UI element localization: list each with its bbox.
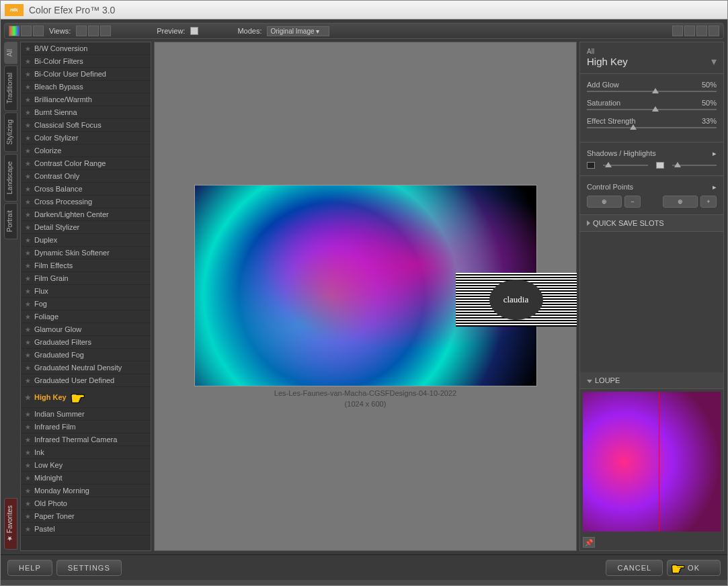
star-icon[interactable]: ★ bbox=[25, 351, 31, 359]
favorites-tab[interactable]: ★ Favorites bbox=[4, 498, 17, 550]
filter-item[interactable]: ★Old Photo bbox=[21, 497, 151, 510]
star-icon[interactable]: ★ bbox=[25, 313, 31, 321]
filter-item[interactable]: ★Monday Morning bbox=[21, 485, 151, 497]
filter-item[interactable]: ★Ink bbox=[21, 446, 151, 459]
highlights-slider[interactable] bbox=[672, 165, 717, 166]
filter-item[interactable]: ★Color Stylizer bbox=[21, 132, 151, 144]
star-icon[interactable]: ★ bbox=[25, 71, 31, 78]
collapse-icon[interactable]: ▸ bbox=[713, 149, 717, 158]
filter-item[interactable]: ★Indian Summer bbox=[21, 408, 151, 421]
filter-item[interactable]: ★Cross Processing bbox=[21, 196, 151, 208]
filter-item[interactable]: ★Pastel bbox=[21, 523, 151, 536]
star-icon[interactable]: ★ bbox=[25, 58, 31, 65]
star-icon[interactable]: ★ bbox=[25, 364, 31, 372]
modes-dropdown[interactable]: Original Image ▾ bbox=[267, 26, 329, 36]
ok-button[interactable]: OK bbox=[667, 560, 721, 576]
zoom-tool-icon[interactable] bbox=[684, 26, 695, 36]
filter-item[interactable]: ★Detail Stylizer bbox=[21, 221, 151, 234]
star-icon[interactable]: ★ bbox=[25, 224, 31, 231]
star-icon[interactable]: ★ bbox=[25, 173, 31, 180]
filter-item[interactable]: ★Duplex bbox=[21, 234, 151, 247]
filter-item[interactable]: ★Graduated User Defined bbox=[21, 374, 151, 387]
filter-item[interactable]: ★Brilliance/Warmth bbox=[21, 93, 151, 106]
star-icon[interactable]: ★ bbox=[25, 275, 31, 282]
star-icon[interactable]: ★ bbox=[25, 449, 31, 456]
filter-item[interactable]: ★Graduated Fog bbox=[21, 349, 151, 362]
star-icon[interactable]: ★ bbox=[25, 526, 31, 533]
star-icon[interactable]: ★ bbox=[25, 160, 31, 167]
star-icon[interactable]: ★ bbox=[25, 513, 31, 520]
layout-side-icon[interactable] bbox=[100, 26, 111, 36]
layout-split-icon[interactable] bbox=[88, 26, 99, 36]
slider-track[interactable] bbox=[587, 127, 717, 128]
filter-item[interactable]: ★High Key bbox=[21, 387, 151, 408]
slider-track[interactable] bbox=[587, 109, 717, 110]
star-icon[interactable]: ★ bbox=[25, 198, 31, 206]
filter-item[interactable]: ★Glamour Glow bbox=[21, 323, 151, 336]
filter-item[interactable]: ★B/W Conversion bbox=[21, 42, 151, 55]
settings-button[interactable]: SETTINGS bbox=[56, 560, 122, 576]
filter-list[interactable]: ★B/W Conversion★Bi-Color Filters★Bi-Colo… bbox=[20, 42, 151, 551]
star-icon[interactable]: ★ bbox=[25, 377, 31, 384]
filter-item[interactable]: ★Fog bbox=[21, 298, 151, 310]
star-icon[interactable]: ★ bbox=[25, 83, 31, 91]
filter-item[interactable]: ★Midnight bbox=[21, 472, 151, 485]
pointer-tool-icon[interactable] bbox=[672, 26, 683, 36]
filter-item[interactable]: ★Film Grain bbox=[21, 272, 151, 285]
loupe-preview[interactable] bbox=[583, 392, 721, 532]
filter-item[interactable]: ★Graduated Neutral Density bbox=[21, 362, 151, 374]
filter-item[interactable]: ★Classical Soft Focus bbox=[21, 119, 151, 132]
star-icon[interactable]: ★ bbox=[25, 474, 31, 482]
star-icon[interactable]: ★ bbox=[25, 300, 31, 308]
category-tab-stylizing[interactable]: Stylizing bbox=[4, 112, 17, 152]
filter-item[interactable]: ★Colorize bbox=[21, 144, 151, 157]
add-control-point-button[interactable]: ⊕ bbox=[587, 196, 622, 208]
view-mode-icon-1[interactable] bbox=[9, 26, 19, 36]
filter-item[interactable]: ★Infrared Thermal Camera bbox=[21, 433, 151, 446]
shadows-slider[interactable] bbox=[603, 165, 648, 166]
star-icon[interactable]: ★ bbox=[25, 394, 31, 401]
star-icon[interactable]: ★ bbox=[25, 423, 31, 431]
filter-item[interactable]: ★Flux bbox=[21, 285, 151, 298]
star-icon[interactable]: ★ bbox=[25, 96, 31, 103]
filter-item[interactable]: ★Bi-Color Filters bbox=[21, 55, 151, 68]
star-icon[interactable]: ★ bbox=[25, 185, 31, 193]
pin-button[interactable]: 📌 bbox=[583, 537, 595, 548]
view-mode-icon-2[interactable] bbox=[21, 26, 32, 36]
filter-item[interactable]: ★Cross Balance bbox=[21, 183, 151, 196]
collapse-icon[interactable]: ▸ bbox=[713, 183, 717, 192]
view-mode-icon-3[interactable] bbox=[33, 26, 44, 36]
filter-item[interactable]: ★Bleach Bypass bbox=[21, 81, 151, 93]
star-icon[interactable]: ★ bbox=[25, 487, 31, 495]
star-icon[interactable]: ★ bbox=[25, 339, 31, 346]
category-tab-portrait[interactable]: Portrait bbox=[4, 203, 17, 239]
slider-track[interactable] bbox=[587, 91, 717, 92]
control-point-add-button[interactable]: + bbox=[700, 196, 717, 208]
filter-item[interactable]: ★Contrast Color Range bbox=[21, 157, 151, 170]
lightbulb-tool-icon[interactable] bbox=[709, 26, 719, 36]
star-icon[interactable]: ★ bbox=[25, 45, 31, 52]
filter-item[interactable]: ★Darken/Lighten Center bbox=[21, 208, 151, 221]
star-icon[interactable]: ★ bbox=[25, 109, 31, 116]
category-tab-landscape[interactable]: Landscape bbox=[4, 154, 17, 202]
preview-checkbox[interactable]: ✓ bbox=[190, 27, 198, 35]
star-icon[interactable]: ★ bbox=[25, 122, 31, 129]
category-tab-traditional[interactable]: Traditional bbox=[4, 65, 17, 111]
layout-single-icon[interactable] bbox=[76, 26, 87, 36]
loupe-header[interactable]: LOUPE bbox=[580, 372, 723, 389]
star-icon[interactable]: ★ bbox=[25, 237, 31, 244]
category-tab-all[interactable]: All bbox=[4, 42, 17, 64]
help-button[interactable]: HELP bbox=[7, 560, 52, 576]
cancel-button[interactable]: CANCEL bbox=[606, 560, 663, 576]
star-icon[interactable]: ★ bbox=[25, 462, 31, 469]
quick-save-slots-header[interactable]: QUICK SAVE SLOTS bbox=[580, 215, 723, 232]
filter-item[interactable]: ★Dynamic Skin Softener bbox=[21, 247, 151, 259]
star-icon[interactable]: ★ bbox=[25, 211, 31, 218]
star-icon[interactable]: ★ bbox=[25, 262, 31, 269]
star-icon[interactable]: ★ bbox=[25, 249, 31, 257]
filter-item[interactable]: ★Infrared Film bbox=[21, 421, 151, 433]
star-icon[interactable]: ★ bbox=[25, 500, 31, 507]
star-icon[interactable]: ★ bbox=[25, 411, 31, 418]
filter-item[interactable]: ★Paper Toner bbox=[21, 510, 151, 523]
filter-item[interactable]: ★Burnt Sienna bbox=[21, 106, 151, 119]
